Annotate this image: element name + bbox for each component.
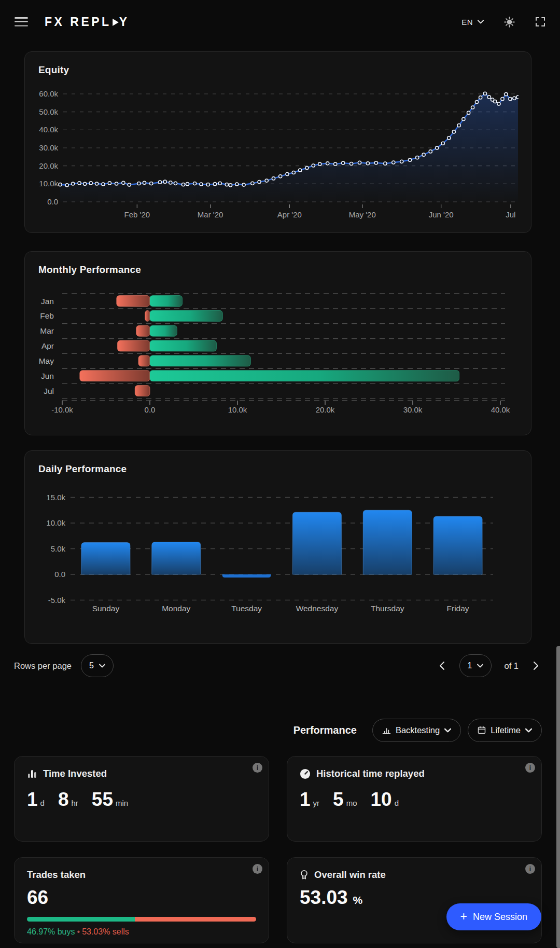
svg-text:-5.0k: -5.0k xyxy=(48,596,66,604)
svg-text:Friday: Friday xyxy=(447,604,469,613)
time-invested-title: Time Invested xyxy=(43,768,107,779)
svg-text:15.0k: 15.0k xyxy=(46,493,65,502)
buys-label: 46.97% buys xyxy=(27,927,75,936)
next-page-button[interactable] xyxy=(531,659,541,672)
info-icon[interactable]: i xyxy=(525,763,535,773)
logo-text: FX REPL xyxy=(45,15,111,29)
chevron-down-icon xyxy=(444,728,451,733)
top-nav: FX REPL Y EN xyxy=(0,0,560,44)
svg-text:0.0: 0.0 xyxy=(47,197,58,206)
chevron-down-icon xyxy=(99,664,105,668)
new-session-button[interactable]: + New Session xyxy=(446,903,541,930)
svg-text:May '20: May '20 xyxy=(349,210,376,219)
svg-text:10.0k: 10.0k xyxy=(46,518,65,527)
chevron-left-icon xyxy=(439,661,445,670)
daily-performance-chart: -5.0k0.05.0k10.0k15.0kSundayMondayTuesda… xyxy=(38,475,517,625)
historical-days: 10 xyxy=(371,789,392,810)
sun-icon xyxy=(503,16,515,28)
chevron-down-icon xyxy=(525,728,532,733)
language-label: EN xyxy=(461,18,473,26)
sells-label: 53.03% sells xyxy=(82,927,129,936)
page-value: 1 xyxy=(468,661,472,670)
svg-text:Jun: Jun xyxy=(41,372,54,380)
equity-card: Equity 0.010.0k20.0k30.0k40.0k50.0k60.0k… xyxy=(24,51,531,233)
svg-text:Feb '20: Feb '20 xyxy=(124,210,150,219)
logo-tail: Y xyxy=(119,15,130,29)
svg-text:Tuesday: Tuesday xyxy=(231,604,262,613)
svg-text:5.0k: 5.0k xyxy=(51,544,66,553)
svg-text:30.0k: 30.0k xyxy=(39,143,58,152)
time-invested-card: i Time Invested 1d 8hr 55min xyxy=(14,756,269,842)
rows-per-page-select[interactable]: 5 xyxy=(81,654,114,677)
svg-text:Jul: Jul xyxy=(44,387,54,395)
new-session-label: New Session xyxy=(473,912,527,923)
svg-text:50.0k: 50.0k xyxy=(39,107,58,116)
trades-taken-card: i Trades taken 66 46.97% buys•53.03% sel… xyxy=(14,857,269,943)
rows-per-page-label: Rows per page xyxy=(14,661,72,671)
hamburger-icon[interactable] xyxy=(15,17,28,26)
chevron-down-icon xyxy=(478,20,484,24)
svg-text:Thursday: Thursday xyxy=(371,604,404,613)
equity-chart: 0.010.0k20.0k30.0k40.0k50.0k60.0kFeb '20… xyxy=(38,76,517,219)
info-icon[interactable]: i xyxy=(253,864,262,874)
daily-performance-card: Daily Performance -5.0k0.05.0k10.0k15.0k… xyxy=(24,450,531,644)
period-filter-label: Lifetime xyxy=(491,725,521,735)
svg-text:40.0k: 40.0k xyxy=(491,405,510,414)
svg-text:Apr '20: Apr '20 xyxy=(277,210,302,219)
win-rate-unit: % xyxy=(353,894,363,906)
win-rate-title: Overall win rate xyxy=(314,869,386,881)
svg-text:Mar '20: Mar '20 xyxy=(198,210,223,219)
svg-text:Jan: Jan xyxy=(41,297,54,306)
mode-filter-dropdown[interactable]: Backtesting xyxy=(372,719,461,742)
svg-text:Monday: Monday xyxy=(162,604,190,613)
svg-text:Wednesday: Wednesday xyxy=(296,604,339,613)
svg-text:30.0k: 30.0k xyxy=(403,405,423,414)
monthly-performance-card: Monthly Performance -10.0k0.010.0k20.0k3… xyxy=(24,251,531,435)
pagination-bar: Rows per page 5 1 of 1 xyxy=(14,653,541,678)
svg-text:Sunday: Sunday xyxy=(92,604,120,613)
win-rate-card: i Overall win rate 53.03 % xyxy=(287,857,542,943)
app-logo: FX REPL Y xyxy=(45,15,129,29)
monthly-performance-chart: -10.0k0.010.0k20.0k30.0k40.0kJanFebMarAp… xyxy=(38,276,517,418)
chevron-down-icon xyxy=(477,664,483,668)
historical-time-title: Historical time replayed xyxy=(316,768,425,779)
play-icon xyxy=(113,19,119,26)
svg-text:0.0: 0.0 xyxy=(54,570,65,579)
fullscreen-button[interactable] xyxy=(535,17,545,27)
svg-text:Jul: Jul xyxy=(506,210,515,219)
prev-page-button[interactable] xyxy=(437,659,447,672)
scrollbar-thumb[interactable] xyxy=(556,646,560,948)
win-rate-value: 53.03 xyxy=(300,887,348,909)
bar-chart-icon xyxy=(27,768,37,779)
fullscreen-icon xyxy=(535,17,545,27)
buys-bar xyxy=(27,917,135,922)
svg-text:0.0: 0.0 xyxy=(145,405,156,414)
svg-text:Apr: Apr xyxy=(41,341,54,350)
time-invested-minutes: 55 xyxy=(92,789,113,810)
svg-text:Jun '20: Jun '20 xyxy=(429,210,454,219)
language-selector[interactable]: EN xyxy=(461,18,484,26)
buys-sells-caption: 46.97% buys•53.03% sells xyxy=(27,927,256,937)
historical-time-card: i Historical time replayed 1yr 5mo 10d xyxy=(287,756,542,842)
performance-header: Performance Backtesting Lifetime xyxy=(14,718,542,742)
theme-toggle[interactable] xyxy=(503,16,515,28)
svg-text:May: May xyxy=(39,356,54,365)
historical-months: 5 xyxy=(333,789,344,810)
info-icon[interactable]: i xyxy=(253,763,262,773)
plus-icon: + xyxy=(460,910,467,924)
sells-bar xyxy=(135,917,256,922)
chevron-right-icon xyxy=(533,661,539,670)
rows-per-page-value: 5 xyxy=(89,661,94,670)
monthly-performance-title: Monthly Performance xyxy=(38,264,517,276)
page-select[interactable]: 1 xyxy=(459,654,492,677)
svg-text:10.0k: 10.0k xyxy=(228,405,247,414)
info-icon[interactable]: i xyxy=(525,864,535,874)
svg-text:Mar: Mar xyxy=(40,326,54,335)
svg-text:Feb: Feb xyxy=(40,311,54,320)
equity-title: Equity xyxy=(38,64,517,76)
mode-filter-label: Backtesting xyxy=(396,725,440,735)
svg-text:10.0k: 10.0k xyxy=(39,179,58,188)
daily-performance-title: Daily Performance xyxy=(38,463,517,475)
svg-text:20.0k: 20.0k xyxy=(316,405,335,414)
period-filter-dropdown[interactable]: Lifetime xyxy=(468,719,542,742)
